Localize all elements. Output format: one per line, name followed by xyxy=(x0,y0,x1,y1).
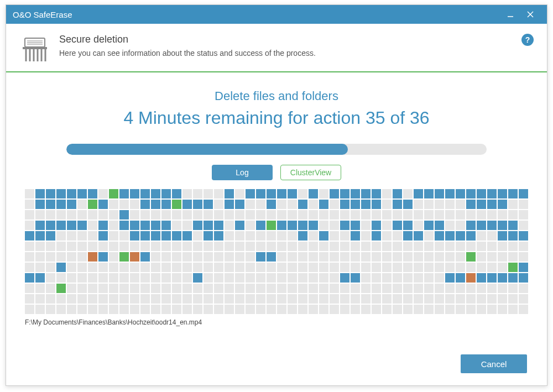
cluster-cell xyxy=(309,263,318,272)
cluster-cell xyxy=(140,200,150,209)
cluster-cell xyxy=(130,252,139,262)
cluster-cell xyxy=(161,252,171,262)
cluster-cell xyxy=(309,284,318,293)
cluster-cell xyxy=(319,221,328,230)
page-subtitle: Here you can see information about the s… xyxy=(59,49,316,58)
cluster-cell xyxy=(182,273,192,283)
cluster-cell xyxy=(498,189,507,198)
cluster-cell xyxy=(256,294,265,304)
cluster-cell xyxy=(267,273,276,283)
cluster-cell xyxy=(466,242,476,251)
cluster-cell xyxy=(277,231,286,241)
cluster-cell xyxy=(182,294,192,304)
cluster-cell xyxy=(35,294,45,304)
cluster-cell xyxy=(424,305,434,314)
cluster-cell xyxy=(151,210,160,219)
cluster-cell xyxy=(487,273,497,283)
cluster-cell xyxy=(466,210,476,219)
cluster-cell xyxy=(498,273,507,283)
cluster-cell xyxy=(361,305,371,314)
cluster-cell xyxy=(193,242,202,251)
minimize-button[interactable] xyxy=(500,5,520,24)
app-title: O&O SafeErase xyxy=(13,10,72,19)
cluster-cell xyxy=(466,189,476,198)
cluster-cell xyxy=(435,210,444,219)
cluster-cell xyxy=(477,263,486,272)
cluster-cell xyxy=(319,273,328,283)
cluster-cell xyxy=(182,263,192,272)
cluster-cell xyxy=(393,284,402,293)
cluster-cell xyxy=(477,189,486,198)
cluster-cell xyxy=(88,221,97,230)
cluster-cell xyxy=(98,200,108,209)
cluster-cell xyxy=(498,294,507,304)
cluster-cell xyxy=(361,273,371,283)
cluster-cell xyxy=(340,210,349,219)
cluster-cell xyxy=(435,189,444,198)
cluster-cell xyxy=(309,231,318,241)
cluster-cell xyxy=(330,273,339,283)
cluster-cell xyxy=(424,252,434,262)
cluster-cell xyxy=(25,231,34,241)
cluster-cell xyxy=(256,200,265,209)
cluster-cell xyxy=(487,263,497,272)
cluster-cell xyxy=(477,273,486,283)
cluster-cell xyxy=(98,284,108,293)
help-button[interactable]: ? xyxy=(521,34,534,46)
cluster-cell xyxy=(372,231,381,241)
cancel-button[interactable]: Cancel xyxy=(461,354,527,373)
cluster-cell xyxy=(256,221,265,230)
cluster-cell xyxy=(393,305,402,314)
cluster-cell xyxy=(508,273,518,283)
cluster-cell xyxy=(508,242,518,251)
cluster-cell xyxy=(130,200,139,209)
cluster-cell xyxy=(361,189,371,198)
cluster-cell xyxy=(182,231,192,241)
cluster-cell xyxy=(119,231,129,241)
cluster-cell xyxy=(298,242,307,251)
cluster-cell xyxy=(204,263,213,272)
cluster-cell xyxy=(393,200,402,209)
cluster-cell xyxy=(88,231,97,241)
cluster-cell xyxy=(193,273,202,283)
cluster-cell xyxy=(46,305,55,314)
cluster-cell xyxy=(119,242,129,251)
cluster-cell xyxy=(519,294,528,304)
cluster-cell xyxy=(403,242,413,251)
cluster-cell xyxy=(267,305,276,314)
cluster-cell xyxy=(151,305,160,314)
cluster-cell xyxy=(193,284,202,293)
cluster-cell xyxy=(372,252,381,262)
cluster-cell xyxy=(35,231,45,241)
cluster-cell xyxy=(267,252,276,262)
cluster-cell xyxy=(267,200,276,209)
cluster-cell xyxy=(88,189,97,198)
cluster-cell xyxy=(393,231,402,241)
cluster-cell xyxy=(309,210,318,219)
cluster-cell xyxy=(288,200,297,209)
close-button[interactable] xyxy=(520,5,540,24)
tab-log[interactable]: Log xyxy=(212,165,273,180)
cluster-cell xyxy=(88,242,97,251)
cluster-cell xyxy=(414,210,423,219)
cluster-cell xyxy=(288,242,297,251)
cluster-cell xyxy=(498,200,507,209)
cluster-cell xyxy=(151,284,160,293)
cluster-cell xyxy=(214,294,223,304)
cluster-cell xyxy=(330,284,339,293)
cluster-cell xyxy=(109,294,118,304)
cluster-cell xyxy=(140,284,150,293)
tab-clusterview[interactable]: ClusterView xyxy=(280,165,341,180)
cluster-cell xyxy=(77,189,87,198)
cluster-cell xyxy=(46,200,55,209)
cluster-cell xyxy=(77,273,87,283)
cluster-cell xyxy=(172,210,181,219)
cluster-cell xyxy=(372,210,381,219)
cluster-cell xyxy=(25,284,34,293)
cluster-cell xyxy=(46,221,55,230)
cluster-cell xyxy=(109,252,118,262)
cluster-cell xyxy=(361,200,371,209)
cluster-cell xyxy=(393,221,402,230)
cluster-cell xyxy=(214,189,223,198)
cluster-cell xyxy=(77,200,87,209)
